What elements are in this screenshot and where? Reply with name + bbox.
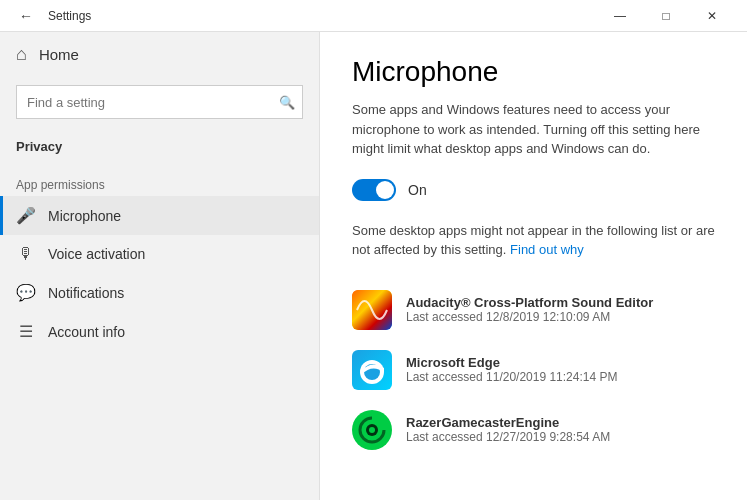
app-item-edge: Microsoft Edge Last accessed 11/20/2019 … [352,340,715,400]
minimize-button[interactable]: — [597,0,643,32]
sidebar-item-account-label: Account info [48,324,125,340]
sidebar-item-notifications[interactable]: 💬 Notifications [0,273,319,312]
toggle-label: On [408,182,427,198]
page-description: Some apps and Windows features need to a… [352,100,715,159]
edge-last-access: Last accessed 11/20/2019 11:24:14 PM [406,370,617,384]
audacity-last-access: Last accessed 12/8/2019 12:10:09 AM [406,310,653,324]
razer-name: RazerGamecasterEngine [406,415,610,430]
sidebar-item-notifications-label: Notifications [48,285,124,301]
sidebar-item-microphone[interactable]: 🎤 Microphone [0,196,319,235]
edge-info: Microsoft Edge Last accessed 11/20/2019 … [406,355,617,384]
sidebar-item-microphone-label: Microphone [48,208,121,224]
app-item-razer: RazerGamecasterEngine Last accessed 12/2… [352,400,715,460]
window-controls: — □ ✕ [597,0,735,32]
search-input[interactable] [16,85,303,119]
search-container: 🔍 [0,77,319,127]
microphone-toggle[interactable] [352,179,396,201]
desktop-apps-notice: Some desktop apps might not appear in th… [352,221,715,260]
sidebar-section-title: Privacy [0,127,319,162]
search-icon: 🔍 [279,95,295,110]
sidebar-item-account-info[interactable]: ☰ Account info [0,312,319,351]
maximize-button[interactable]: □ [643,0,689,32]
razer-last-access: Last accessed 12/27/2019 9:28:54 AM [406,430,610,444]
razer-info: RazerGamecasterEngine Last accessed 12/2… [406,415,610,444]
right-panel: Microphone Some apps and Windows feature… [320,32,747,500]
sidebar: ⌂ Home 🔍 Privacy App permissions 🎤 Micro… [0,32,320,500]
audacity-info: Audacity® Cross-Platform Sound Editor La… [406,295,653,324]
app-permissions-label: App permissions [0,170,319,196]
page-title: Microphone [352,56,715,88]
toggle-row: On [352,179,715,201]
sidebar-item-voice-activation[interactable]: 🎙 Voice activation [0,235,319,273]
home-icon: ⌂ [16,44,27,65]
find-out-link[interactable]: Find out why [510,242,584,257]
titlebar-title: Settings [48,9,91,23]
toggle-knob [376,181,394,199]
edge-name: Microsoft Edge [406,355,617,370]
microphone-icon: 🎤 [16,206,36,225]
close-button[interactable]: ✕ [689,0,735,32]
razer-icon [352,410,392,450]
app-list: Audacity® Cross-Platform Sound Editor La… [352,280,715,460]
audacity-icon [352,290,392,330]
audacity-name: Audacity® Cross-Platform Sound Editor [406,295,653,310]
main-content: ⌂ Home 🔍 Privacy App permissions 🎤 Micro… [0,32,747,500]
sidebar-spacer [0,162,319,170]
app-item-audacity: Audacity® Cross-Platform Sound Editor La… [352,280,715,340]
titlebar: ← Settings — □ ✕ [0,0,747,32]
edge-icon [352,350,392,390]
notifications-icon: 💬 [16,283,36,302]
account-info-icon: ☰ [16,322,36,341]
home-label: Home [39,46,79,63]
voice-activation-icon: 🎙 [16,245,36,263]
back-button[interactable]: ← [12,2,40,30]
sidebar-item-voice-label: Voice activation [48,246,145,262]
sidebar-item-home[interactable]: ⌂ Home [0,32,319,77]
